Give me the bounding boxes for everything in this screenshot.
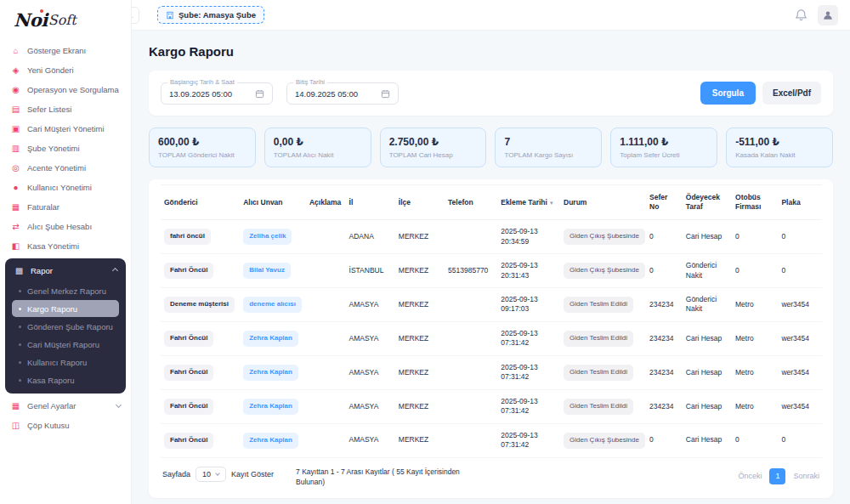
sidebar-item-operasyon-ve-sorgulama[interactable]: ◉ Operasyon ve Sorgulama [0, 80, 131, 99]
sidebar-item-alici-sube-hesabi[interactable]: ⇄ Alıcı Şube Hesabı [0, 217, 131, 236]
pagination-page-1[interactable]: 1 [769, 468, 785, 484]
pagination: Önceki 1 Sonraki [738, 467, 819, 484]
sidebar-subitem-gonderen-sube-raporu[interactable]: Gönderen Şube Raporu [12, 318, 119, 335]
column-header-ekleme-tarihi[interactable]: Ekleme Tarihi▾ [497, 185, 560, 220]
end-date-field[interactable]: Bitiş Tarihi 14.09.2025 05:00 [286, 82, 399, 105]
receiver-link[interactable]: Zeliha çelik [243, 229, 292, 245]
sender-badge[interactable]: Fahri Öncül [164, 365, 213, 381]
receiver-link[interactable]: Bilal Yavuz [243, 263, 291, 279]
sender-badge[interactable]: Fahri Öncül [164, 399, 213, 415]
sidebar-item-sefer-listesi[interactable]: ▤ Sefer Listesi [0, 99, 131, 119]
cell-telefon [445, 423, 497, 457]
cell-aciklama [306, 389, 346, 423]
sender-badge[interactable]: fahri öncül [164, 229, 211, 245]
cell-ilce: MERKEZ [395, 254, 445, 288]
receiver-link[interactable]: Zehra Kaplan [243, 331, 298, 347]
logo-text-secondary: Soft [48, 12, 76, 28]
sidebar-item-genel-ayarlar[interactable]: ▦ Genel Ayarlar [0, 396, 131, 416]
sidebar-item-cop-kutusu[interactable]: ◫ Çöp Kutusu [0, 416, 131, 435]
ekleme-tarihi-value: 2025-09-1307:31:42 [501, 397, 557, 416]
sidebar-item-yeni-gonderi[interactable]: ◈ Yeni Gönderi [0, 60, 131, 80]
sidebar-item-kullanici-yonetimi[interactable]: ● Kullanıcı Yönetimi [0, 178, 131, 197]
cell-il: İSTANBUL [346, 254, 395, 288]
cell-plaka: 0 [778, 423, 821, 457]
column-header-il[interactable]: İl [346, 185, 395, 220]
pagination-previous[interactable]: Önceki [738, 472, 762, 480]
receiver-link[interactable]: Zehra Kaplan [243, 433, 298, 449]
cell-il: AMASYA [346, 287, 395, 321]
bullet-icon [19, 343, 21, 346]
column-header-sefer-no[interactable]: Sefer No [646, 185, 683, 220]
pagination-next[interactable]: Sonraki [793, 472, 819, 480]
start-date-label: Başlangıç Tarih & Saat [167, 78, 237, 86]
export-button[interactable]: Excel/Pdf [762, 82, 821, 105]
per-page-select[interactable]: 10 [196, 467, 226, 482]
receiver-link[interactable]: Zehra Kaplan [243, 399, 298, 415]
sender-badge[interactable]: Fahri Öncül [164, 331, 213, 347]
cell-il: ADANA [346, 220, 395, 254]
cell-odeyecek-taraf: Cari Hesap [683, 389, 732, 423]
column-header-odeyecek-taraf[interactable]: Ödeyecek Taraf [683, 185, 732, 220]
cell-il: AMASYA [346, 355, 395, 389]
sidebar-item-rapor[interactable]: ▩ Rapor [5, 260, 126, 281]
sender-badge[interactable]: Fahri Öncül [164, 263, 213, 279]
cell-odeyecek-taraf: Cari Hesap [683, 423, 732, 457]
sidebar-subitem-genel-merkez-raporu[interactable]: Genel Merkez Raporu [12, 282, 119, 299]
column-header-durum[interactable]: Durum [560, 185, 646, 220]
sidebar-subitem-kasa-raporu[interactable]: Kasa Raporu [12, 371, 119, 388]
column-header-otobus-firmasi[interactable]: Otobüs Firması [732, 185, 778, 220]
column-header-telefon[interactable]: Telefon [445, 185, 497, 220]
cell-ilce: MERKEZ [395, 355, 445, 389]
sidebar-item-label: Kasa Yönetimi [27, 241, 79, 251]
table-body: fahri öncülZeliha çelikADANAMERKEZ2025-0… [161, 220, 821, 458]
sidebar-item-faturalar[interactable]: ▦ Faturalar [0, 197, 131, 217]
table-row: Deneme müşterisideneme alıcısıAMASYAMERK… [161, 287, 821, 321]
sidebar-item-label: Faturalar [27, 202, 60, 212]
invoices-icon: ▦ [10, 202, 21, 212]
calendar-icon [381, 89, 390, 99]
stat-card-toplam-alici-nakit: 0,00 ₺ TOPLAM Alıcı Nakit [264, 127, 371, 167]
sidebar-subitem-kargo-raporu[interactable]: Kargo Raporu [12, 300, 119, 317]
page-footer: 2025© NoiSoft Otobüs Kargo Yazılımı Maci… [149, 498, 833, 504]
branch-management-icon: ▥ [10, 144, 21, 153]
operations-icon: ◉ [10, 85, 21, 94]
cell-aciklama [306, 220, 346, 254]
cell-otobus-firmasi: 0 [732, 220, 778, 254]
cell-alici-unvan: Zehra Kaplan [240, 321, 306, 355]
column-header-alici-unvan[interactable]: Alıcı Unvan [240, 185, 306, 220]
cell-durum: Giden Teslim Edildi [560, 389, 646, 423]
sidebar-item-kasa-yonetimi[interactable]: ◧ Kasa Yönetimi [0, 236, 131, 256]
sidebar-item-cari-musteri-yonetimi[interactable]: ▣ Cari Müşteri Yönetimi [0, 119, 131, 139]
sidebar-item-sube-yonetimi[interactable]: ▥ Şube Yönetimi [0, 139, 131, 158]
sidebar-item-acente-yonetimi[interactable]: ◎ Acente Yönetimi [0, 158, 131, 178]
query-button[interactable]: Sorgula [700, 82, 756, 105]
sidebar-subitem-kullanici-raporu[interactable]: Kullanıcı Raporu [12, 354, 119, 371]
sidebar-item-label: Sefer Listesi [27, 105, 71, 114]
branch-badge[interactable]: Şube: Amasya Şube [157, 6, 264, 24]
date-line: 2025-09-13 [501, 295, 557, 304]
column-header-plaka[interactable]: Plaka [778, 185, 821, 220]
cell-alici-unvan: Zehra Kaplan [240, 355, 306, 389]
sender-badge[interactable]: Fahri Öncül [164, 433, 213, 449]
logo-accent-dot [40, 9, 43, 13]
sender-badge[interactable]: Deneme müşterisi [164, 297, 235, 313]
stat-value: 0,00 ₺ [274, 136, 362, 148]
sidebar-item-gosterge-ekrani[interactable]: ⌂ Gösterge Ekranı [0, 41, 131, 60]
status-badge: Giden Teslim Edildi [564, 297, 633, 313]
sidebar-item-label: Rapor [31, 266, 53, 275]
stat-value: 600,00 ₺ [158, 136, 246, 148]
start-date-field[interactable]: Başlangıç Tarih & Saat 13.09.2025 05:00 [161, 82, 273, 105]
cell-durum: Giden Teslim Edildi [560, 355, 646, 389]
receiver-link[interactable]: deneme alıcısı [243, 297, 302, 313]
column-header-aciklama[interactable]: Açıklama [306, 185, 346, 220]
column-header-gonderici[interactable]: Gönderici [161, 185, 240, 220]
notifications-bell-icon[interactable] [795, 8, 808, 21]
user-avatar[interactable] [818, 5, 838, 25]
topbar-actions [795, 5, 838, 25]
app-logo[interactable]: NoiSoft [0, 0, 131, 39]
chevron-up-icon [112, 268, 118, 274]
column-header-ilce[interactable]: İlçe [395, 185, 445, 220]
cell-ekleme-tarihi: 2025-09-1320:34:59 [497, 220, 560, 254]
receiver-link[interactable]: Zehra Kaplan [243, 365, 298, 381]
sidebar-subitem-cari-musteri-raporu[interactable]: Cari Müşteri Raporu [12, 336, 119, 353]
